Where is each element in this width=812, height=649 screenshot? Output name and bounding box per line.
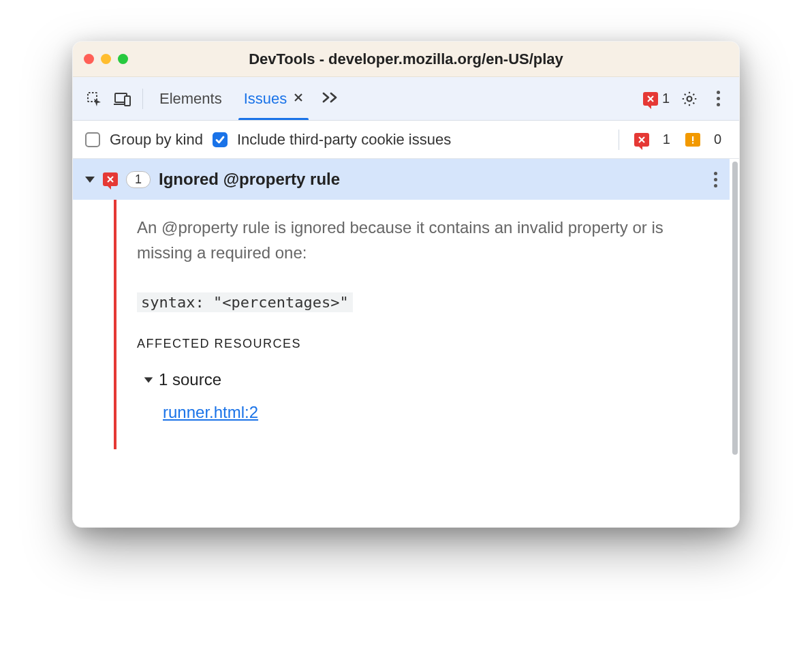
issue-more-menu-icon[interactable] <box>710 168 721 192</box>
scrollbar-thumb[interactable] <box>732 162 738 455</box>
inspect-element-icon[interactable] <box>80 85 108 113</box>
more-menu-icon[interactable] <box>704 85 732 113</box>
issues-content: 1 Ignored @property rule An @property ru… <box>73 159 739 527</box>
filter-error-count: 1 <box>663 132 670 147</box>
disclosure-triangle-icon[interactable] <box>144 377 153 382</box>
source-summary-label: 1 source <box>159 370 221 389</box>
filter-warning-count: 0 <box>714 132 721 147</box>
issue-count-pill: 1 <box>126 171 151 188</box>
issue-title: Ignored @property rule <box>159 170 340 189</box>
tab-issues[interactable]: Issues <box>233 77 315 120</box>
window-title: DevTools - developer.mozilla.org/en-US/p… <box>73 50 739 68</box>
svg-rect-11 <box>692 136 693 141</box>
device-toolbar-icon[interactable] <box>108 85 137 113</box>
include-3p-cookie-checkbox[interactable] <box>213 132 228 147</box>
divider <box>619 130 619 150</box>
more-tabs-icon[interactable] <box>317 91 347 106</box>
issue-body: An @property rule is ignored because it … <box>73 200 730 449</box>
scrollbar[interactable] <box>730 159 739 527</box>
devtools-tabbar: Elements Issues 1 <box>73 77 739 121</box>
error-badge-icon[interactable] <box>643 92 658 106</box>
svg-rect-3 <box>125 96 130 106</box>
issues-main: 1 Ignored @property rule An @property ru… <box>73 159 730 527</box>
issue-header[interactable]: 1 Ignored @property rule <box>73 159 730 200</box>
affected-resources-header: AFFECTED RESOURCES <box>137 337 710 351</box>
svg-rect-12 <box>692 142 693 143</box>
source-link[interactable]: runner.html:2 <box>163 403 258 421</box>
tabbar-error-count: 1 <box>662 91 670 106</box>
issue-description: An @property rule is ignored because it … <box>137 215 710 265</box>
group-by-kind-checkbox[interactable] <box>85 132 100 147</box>
filter-error-badge-icon[interactable] <box>634 133 649 147</box>
group-by-kind-label: Group by kind <box>110 131 203 149</box>
maximize-window-button[interactable] <box>118 54 128 64</box>
tab-issues-label: Issues <box>244 90 287 108</box>
tab-elements[interactable]: Elements <box>149 77 233 120</box>
issue-severity-icon <box>103 172 118 186</box>
devtools-window: DevTools - developer.mozilla.org/en-US/p… <box>72 41 740 528</box>
issues-filter-bar: Group by kind Include third-party cookie… <box>73 121 739 159</box>
include-3p-cookie-label: Include third-party cookie issues <box>237 131 451 149</box>
filter-warning-badge-icon[interactable] <box>685 133 700 147</box>
svg-point-8 <box>687 96 692 101</box>
source-summary-row[interactable]: 1 source <box>144 370 710 389</box>
disclosure-triangle-icon[interactable] <box>85 177 95 183</box>
tab-elements-label: Elements <box>159 90 222 108</box>
divider <box>142 89 143 109</box>
window-controls <box>84 54 128 64</box>
close-tab-icon[interactable] <box>294 91 303 106</box>
issue-code-snippet: syntax: "<percentages>" <box>137 292 353 312</box>
close-window-button[interactable] <box>84 54 94 64</box>
settings-icon[interactable] <box>675 85 704 113</box>
titlebar: DevTools - developer.mozilla.org/en-US/p… <box>73 42 739 77</box>
minimize-window-button[interactable] <box>101 54 111 64</box>
